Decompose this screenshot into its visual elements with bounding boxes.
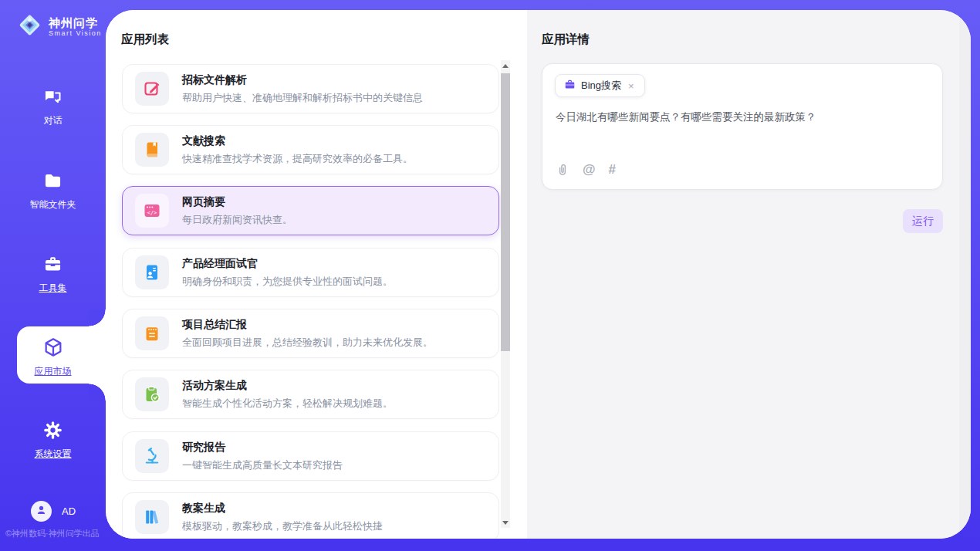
- briefcase-icon: [564, 79, 576, 93]
- query-card: Bing搜索 × 今日湖北有哪些新闻要点？有哪些需要关注的最新政策？ @ #: [542, 63, 943, 190]
- app-meta: 项目总结汇报全面回顾项目进展，总结经验教训，助力未来优化发展。: [182, 318, 433, 350]
- app-window: 神州问学 Smart Vision 对话 智能文件夹: [0, 0, 980, 551]
- app-description: 每日政府新闻资讯快查。: [182, 213, 292, 227]
- app-icon-tile: </>: [135, 194, 169, 228]
- sidebar-item-chat[interactable]: 对话: [0, 86, 106, 127]
- app-meta: 文献搜索快速精准查找学术资源，提高研究效率的必备工具。: [182, 134, 413, 166]
- list-scrollbar: [501, 60, 510, 528]
- triangle-up-icon: [502, 64, 509, 68]
- app-name: 招标文件解析: [182, 73, 423, 87]
- cube-icon: [42, 336, 64, 361]
- notepad-icon: [143, 324, 161, 343]
- logo-subtitle: Smart Vision: [49, 29, 102, 37]
- sidebar-item-settings[interactable]: 系统设置: [0, 420, 106, 461]
- app-name: 研究报告: [182, 441, 343, 455]
- app-icon-tile: [135, 500, 169, 534]
- app-name: 网页摘要: [182, 195, 292, 209]
- app-detail-title: 应用详情: [542, 32, 590, 48]
- app-description: 模板驱动，教案秒成，教学准备从此轻松快捷: [182, 519, 383, 533]
- active-tab-curve-top: [89, 309, 106, 326]
- app-icon-tile: [135, 316, 169, 350]
- app-list-panel: 应用列表 招标文件解析帮助用户快速、准确地理解和解析招标书中的关键信息文献搜索快…: [106, 10, 527, 539]
- app-meta: 活动方案生成智能生成个性化活动方案，轻松解决规划难题。: [182, 379, 393, 411]
- app-meta: 网页摘要每日政府新闻资讯快查。: [182, 195, 292, 227]
- chat-icon: [42, 86, 63, 110]
- app-card[interactable]: </>网页摘要每日政府新闻资讯快查。: [122, 186, 499, 235]
- app-icon-tile: [135, 439, 169, 473]
- app-card[interactable]: 研究报告一键智能生成高质量长文本研究报告: [122, 431, 499, 481]
- folder-icon: [42, 171, 63, 194]
- attachment-icon[interactable]: [556, 163, 569, 177]
- sidebar-item-label: 应用市场: [35, 365, 72, 378]
- app-logo: 神州问学 Smart Vision: [17, 12, 102, 41]
- detail-scroll-gutter: [959, 10, 971, 539]
- app-icon-tile: [135, 377, 169, 411]
- app-icon-tile: [135, 255, 169, 289]
- app-card[interactable]: 招标文件解析帮助用户快速、准确地理解和解析招标书中的关键信息: [122, 64, 499, 113]
- app-meta: 教案生成模板驱动，教案秒成，教学准备从此轻松快捷: [182, 502, 383, 533]
- toolbox-icon: [42, 254, 63, 278]
- app-description: 一键智能生成高质量长文本研究报告: [182, 458, 343, 472]
- book-icon: [143, 140, 161, 159]
- scroll-up-button[interactable]: [501, 60, 510, 71]
- app-description: 快速精准查找学术资源，提高研究效率的必备工具。: [182, 152, 413, 166]
- app-name: 项目总结汇报: [182, 318, 433, 332]
- app-icon-tile: [135, 72, 169, 106]
- person-icon: [35, 503, 48, 519]
- sidebar-item-toolset[interactable]: 工具集: [0, 254, 106, 295]
- resume-icon: [143, 263, 161, 282]
- triangle-down-icon: [502, 521, 509, 525]
- clipboard-check-icon: [143, 385, 161, 404]
- app-card[interactable]: 教案生成模板驱动，教案秒成，教学准备从此轻松快捷: [122, 492, 499, 539]
- tool-chip-bing-search[interactable]: Bing搜索 ×: [555, 74, 645, 97]
- sidebar-item-label: 对话: [44, 114, 63, 127]
- app-list-title: 应用列表: [121, 32, 169, 48]
- app-description: 帮助用户快速、准确地理解和解析招标书中的关键信息: [182, 91, 423, 105]
- tool-chip-label: Bing搜索: [581, 79, 621, 93]
- app-meta: 产品经理面试官明确身份和职责，为您提供专业性的面试问题。: [182, 257, 393, 289]
- microscope-icon: [143, 447, 161, 465]
- close-icon[interactable]: ×: [627, 79, 636, 93]
- app-detail-panel: 应用详情 Bing搜索 × 今日湖北有哪: [527, 10, 971, 539]
- scroll-down-button[interactable]: [501, 517, 510, 528]
- user-name: AD: [62, 505, 76, 517]
- run-button[interactable]: 运行: [903, 209, 943, 233]
- app-card[interactable]: 产品经理面试官明确身份和职责，为您提供专业性的面试问题。: [122, 248, 499, 297]
- app-name: 产品经理面试官: [182, 257, 393, 271]
- mention-icon[interactable]: @: [583, 162, 596, 177]
- books-icon: [143, 508, 161, 526]
- input-toolbar: @ #: [556, 162, 616, 177]
- active-tab-curve-bottom: [89, 384, 106, 401]
- sidebar-item-label: 系统设置: [35, 448, 72, 461]
- app-description: 明确身份和职责，为您提供专业性的面试问题。: [182, 275, 393, 289]
- sidebar: 神州问学 Smart Vision 对话 智能文件夹: [0, 0, 106, 551]
- sidebar-item-app-market[interactable]: 应用市场: [0, 336, 106, 378]
- app-name: 活动方案生成: [182, 379, 393, 393]
- browser-code-icon: </>: [143, 201, 161, 220]
- app-card[interactable]: 活动方案生成智能生成个性化活动方案，轻松解决规划难题。: [122, 370, 499, 419]
- hash-icon[interactable]: #: [609, 162, 616, 177]
- sidebar-item-smart-folder[interactable]: 智能文件夹: [0, 171, 106, 211]
- avatar: [31, 501, 52, 522]
- app-description: 全面回顾项目进展，总结经验教训，助力未来优化发展。: [182, 336, 433, 350]
- app-card[interactable]: 项目总结汇报全面回顾项目进展，总结经验教训，助力未来优化发展。: [122, 309, 499, 358]
- copyright-text: ©神州数码·神州问学出品: [5, 528, 100, 539]
- app-description: 智能生成个性化活动方案，轻松解决规划难题。: [182, 397, 393, 411]
- gear-icon: [42, 420, 63, 444]
- svg-text:</>: </>: [147, 210, 157, 216]
- sidebar-item-label: 智能文件夹: [30, 198, 76, 211]
- main-content: 应用列表 招标文件解析帮助用户快速、准确地理解和解析招标书中的关键信息文献搜索快…: [106, 10, 971, 539]
- edit-square-icon: [143, 79, 161, 98]
- logo-diamond-icon: [17, 12, 42, 41]
- user-profile[interactable]: AD: [31, 501, 76, 522]
- app-icon-tile: [135, 133, 169, 167]
- app-card[interactable]: 文献搜索快速精准查找学术资源，提高研究效率的必备工具。: [122, 125, 499, 174]
- app-name: 文献搜索: [182, 134, 413, 148]
- sidebar-item-label: 工具集: [39, 282, 67, 295]
- scrollbar-thumb[interactable]: [501, 73, 510, 351]
- app-name: 教案生成: [182, 502, 383, 516]
- app-meta: 研究报告一键智能生成高质量长文本研究报告: [182, 441, 343, 472]
- logo-title: 神州问学: [49, 16, 102, 29]
- app-meta: 招标文件解析帮助用户快速、准确地理解和解析招标书中的关键信息: [182, 73, 423, 105]
- query-input[interactable]: 今日湖北有哪些新闻要点？有哪些需要关注的最新政策？: [556, 110, 926, 124]
